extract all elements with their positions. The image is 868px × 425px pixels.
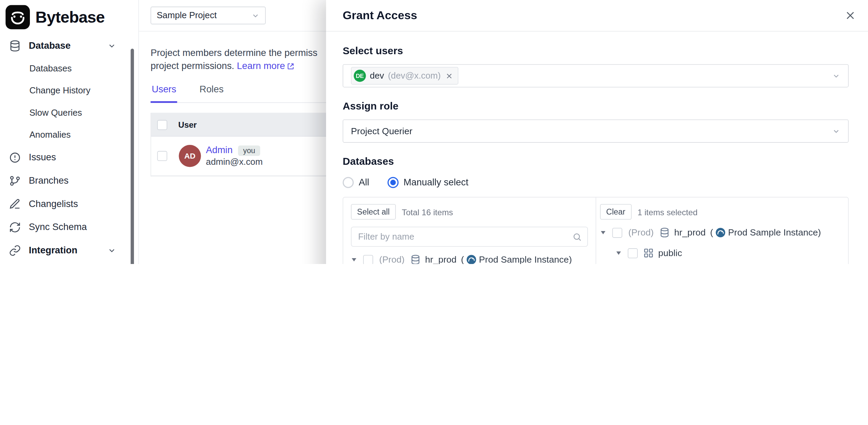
sidebar-item-database[interactable]: Database [0,34,138,58]
sidebar-item-label: Changelists [29,198,78,209]
description-line: project permissions. [151,61,234,71]
tree-row-database[interactable]: (Prod) hr_prod ( Prod Sample Instance) [600,222,840,243]
drawer-body: Select users DE dev (dev@x.com) Assign r… [326,32,868,264]
checkbox[interactable] [628,248,638,258]
remove-user-icon[interactable] [446,72,453,79]
search-icon [572,232,582,241]
filter-input[interactable] [357,231,572,242]
role-select[interactable]: Project Querier [343,119,848,143]
branch-icon [9,175,21,187]
sidebar: Bytebase Database Databases Change Histo… [0,0,139,264]
project-selector[interactable]: Sample Project [151,7,266,24]
assign-role-label: Assign role [343,100,848,112]
sidebar-item-anomalies[interactable]: Anomalies [2,124,123,146]
sidebar-item-label: Sync Schema [29,222,87,233]
integration-icon [9,244,21,256]
target-tree: (Prod) hr_prod ( Prod Sample Instance) p… [600,222,840,264]
sidebar-item-change-history[interactable]: Change History [2,80,123,102]
project-selector-value: Sample Project [157,11,217,21]
source-pane: Select all Total 16 items (Prod) [343,197,596,264]
tag-user-name: dev [370,71,384,81]
sidebar-item-label: Anomalies [29,130,70,140]
tag-user-email: (dev@x.com) [388,71,441,81]
changelist-icon [9,198,21,210]
brand[interactable]: Bytebase [0,0,138,34]
schema-name: public [658,248,682,259]
sidebar-item-databases[interactable]: Databases [2,58,123,80]
instance-name: Prod Sample Instance) [479,254,572,264]
source-tree: (Prod) hr_prod ( Prod Sample Instance) p… [351,250,588,264]
database-icon [9,40,21,52]
sidebar-scrollbar[interactable] [131,49,134,264]
select-all-checkbox[interactable] [157,120,167,130]
drawer-title: Grant Access [343,9,417,22]
radio-manually-select[interactable]: Manually select [388,177,468,188]
you-badge: you [238,145,260,156]
filter-input-wrap [351,227,588,247]
selected-user-tag: DE dev (dev@x.com) [351,67,458,85]
caret-down-icon[interactable] [600,230,612,236]
tree-row-schema[interactable]: public [600,243,840,263]
clear-button[interactable]: Clear [600,204,631,219]
select-all-button[interactable]: Select all [351,204,396,219]
target-pane: Clear 1 items selected (Prod) hr_prod ( [596,197,848,264]
sidebar-item-label: Slow Queries [29,108,82,118]
sidebar-item-sync-schema[interactable]: Sync Schema [0,216,138,239]
sync-icon [9,221,21,233]
checkbox[interactable] [612,228,622,238]
users-select[interactable]: DE dev (dev@x.com) [343,64,848,88]
sidebar-item-label: Databases [29,64,71,73]
sidebar-item-branches[interactable]: Branches [0,169,138,193]
role-select-value: Project Querier [351,126,412,137]
database-name: hr_prod [674,227,706,238]
chevron-down-icon [251,11,259,20]
avatar: DE [354,70,366,82]
environment-label: (Prod) [379,254,405,264]
database-transfer-panel: Select all Total 16 items (Prod) [343,197,848,264]
caret-down-icon[interactable] [351,257,363,263]
sidebar-item-slow-queries[interactable]: Slow Queries [2,102,123,124]
chevron-down-icon [832,72,840,80]
sidebar-item-changelists[interactable]: Changelists [0,193,138,216]
sidebar-item-label: Database [29,41,71,51]
sidebar-item-issues[interactable]: Issues [0,146,138,169]
sidebar-item-gitops[interactable]: GitOps [2,262,123,264]
checkbox[interactable] [363,255,373,264]
column-header-user: User [178,120,197,129]
database-scope-radios: All Manually select [343,177,848,188]
tree-row-table[interactable]: dept_manager [600,263,840,264]
instance-name: Prod Sample Instance) [728,227,821,238]
issue-icon [9,151,21,163]
tree-row-database[interactable]: (Prod) hr_prod ( Prod Sample Instance) [351,250,588,264]
database-icon [659,227,670,238]
sidebar-item-label: Integration [29,245,78,256]
radio-manual-control[interactable] [388,177,399,188]
tab-users[interactable]: Users [151,84,177,103]
member-email: admin@x.com [206,157,263,167]
row-checkbox[interactable] [157,151,167,161]
postgres-icon [466,254,477,264]
schema-icon [643,248,654,259]
avatar: AD [179,145,201,167]
chevron-down-icon [832,127,840,135]
tab-roles[interactable]: Roles [198,84,224,102]
database-name: hr_prod [425,254,457,264]
brand-name: Bytebase [35,8,104,26]
database-icon [410,254,421,264]
sidebar-item-integration[interactable]: Integration [0,239,138,262]
selected-count-label: 1 items selected [637,207,698,216]
sidebar-item-label: Issues [29,152,56,163]
total-items-label: Total 16 items [402,207,453,216]
caret-down-icon[interactable] [615,250,627,256]
close-icon[interactable] [845,10,856,21]
drawer-header: Grant Access [326,0,868,32]
member-name-link[interactable]: Admin [206,145,233,156]
external-link-icon [287,62,294,70]
chevron-down-icon [108,42,116,50]
radio-all[interactable]: All [343,177,369,188]
learn-more-link[interactable]: Learn more [237,60,294,73]
radio-all-control[interactable] [343,177,354,188]
sidebar-item-label: Branches [29,175,69,186]
sidebar-item-label: Change History [29,86,90,96]
environment-label: (Prod) [628,227,654,238]
